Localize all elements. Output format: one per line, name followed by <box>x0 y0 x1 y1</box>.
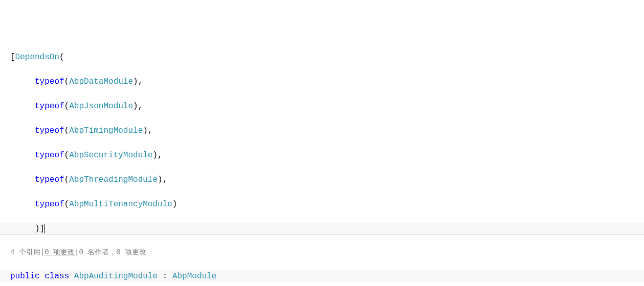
code-line-typeof-5: typeof(AbpThreadingModule), <box>0 174 644 186</box>
paren: ) <box>133 102 138 111</box>
paren: ) <box>152 151 158 160</box>
attribute-name: DependsOn <box>15 53 59 62</box>
paren: ( <box>64 151 70 160</box>
comma: , <box>138 102 143 111</box>
base-class: AbpModule <box>172 272 216 281</box>
code-line-typeof-1: typeof(AbpDataModule), <box>0 76 644 88</box>
paren: ) <box>158 175 163 184</box>
type-name: AbpJsonModule <box>69 102 133 111</box>
code-line-typeof-2: typeof(AbpJsonModule), <box>0 100 644 112</box>
codelens-refs[interactable]: 4 个引用 <box>10 248 40 256</box>
keyword-typeof: typeof <box>35 200 64 209</box>
type-name: AbpMultiTenancyModule <box>69 200 172 209</box>
type-name: AbpDataModule <box>69 77 133 86</box>
codelens-class[interactable]: 4 个引用|0 项更改|0 名作者，0 项更改 <box>0 247 644 258</box>
paren: ( <box>59 53 64 62</box>
keyword-typeof: typeof <box>35 102 64 111</box>
paren: ( <box>64 77 70 86</box>
code-line-class-decl: public class AbpAuditingModule : AbpModu… <box>0 270 644 282</box>
closing-bracket: )] <box>35 224 45 233</box>
keyword-typeof: typeof <box>35 77 64 86</box>
paren: ) <box>143 126 148 135</box>
keyword-typeof: typeof <box>35 126 64 135</box>
paren: ( <box>64 200 70 209</box>
bracket: [ <box>10 53 15 62</box>
codelens-sep: | <box>40 248 45 256</box>
comma: , <box>148 126 153 135</box>
class-name: AbpAuditingModule <box>74 272 158 281</box>
colon: : <box>158 272 172 281</box>
keyword-typeof: typeof <box>35 175 64 184</box>
code-line-typeof-6: typeof(AbpMultiTenancyModule) <box>0 198 644 210</box>
paren: ( <box>64 126 70 135</box>
paren: ) <box>172 200 177 209</box>
comma: , <box>163 175 168 184</box>
keyword-public: public <box>10 272 40 281</box>
comma: , <box>138 77 143 86</box>
code-line-typeof-4: typeof(AbpSecurityModule), <box>0 149 644 161</box>
code-line-typeof-3: typeof(AbpTimingModule), <box>0 125 644 137</box>
text-caret <box>45 224 45 233</box>
paren: ( <box>64 102 70 111</box>
type-name: AbpSecurityModule <box>69 151 152 160</box>
keyword-typeof: typeof <box>35 151 64 160</box>
code-line-attribute-open: [DependsOn( <box>0 51 644 63</box>
code-line-attribute-close[interactable]: )] <box>0 223 644 235</box>
codelens-authors[interactable]: 0 名作者，0 项更改 <box>79 248 146 256</box>
keyword-class: class <box>45 272 69 281</box>
paren: ( <box>64 175 70 184</box>
type-name: AbpThreadingModule <box>69 175 158 184</box>
codelens-changes-link[interactable]: 0 项更改 <box>45 248 75 256</box>
paren: ) <box>133 77 138 86</box>
type-name: AbpTimingModule <box>69 126 143 135</box>
comma: , <box>158 151 163 160</box>
